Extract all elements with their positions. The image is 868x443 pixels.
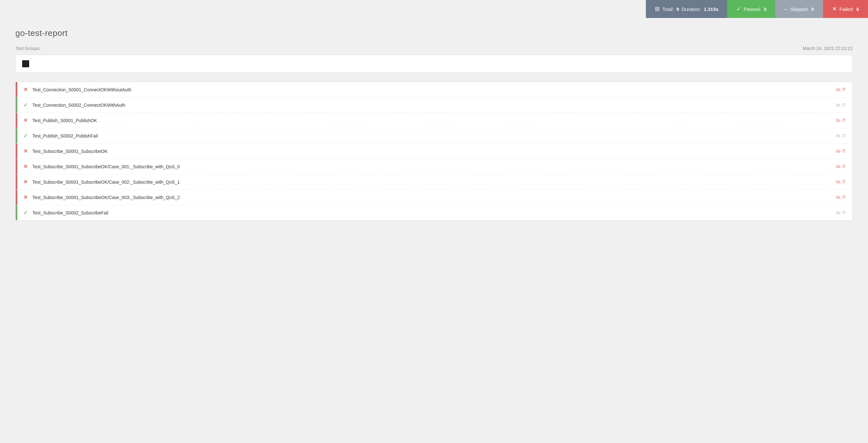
app-title: go-test-report [16,28,852,38]
test-name: Test_Subscribe_S0002_SubscribeFail [32,210,836,215]
stat-skipped: – Skipped: 0 [775,0,823,18]
main-content: go-test-report Test Groups: March 24, 20… [0,18,868,236]
group-filter[interactable] [16,55,852,73]
fail-icon: ✕ [22,194,29,200]
stats-bar: ⊞ Total: 9 Duration: 1.315s ✓ Passed: 3 … [646,0,868,18]
table-row[interactable]: ✕Test_Subscribe_S0001_SubscribeOK/Case_0… [16,175,852,190]
test-name: Test_Subscribe_S0001_SubscribeOK [32,149,836,154]
clock-icon: ⏱ [842,133,846,138]
test-name: Test_Connection_S0002_ConnectOKWithAuth [32,102,836,108]
copy-icon: ⊞ [655,5,660,12]
clock-icon: ⏱ [842,164,846,169]
test-duration: 0s ⏱ [836,195,846,200]
top-bar: ⊞ Total: 9 Duration: 1.315s ✓ Passed: 3 … [0,0,868,18]
pass-icon: ✓ [22,102,29,108]
table-row[interactable]: ✕Test_Connection_S0001_ConnectOKWithoutA… [16,82,852,97]
stat-total: ⊞ Total: 9 Duration: 1.315s [646,0,727,18]
table-row[interactable]: ✕Test_Publish_S0001_PublishOK0s ⏱ [16,113,852,128]
checkmark-icon: ✓ [736,5,741,12]
test-name: Test_Subscribe_S0001_SubscribeOK/Case_00… [32,164,836,169]
pass-icon: ✓ [22,210,29,216]
duration-label: Duration: [682,6,701,12]
report-date: March 24, 2023 22:23:22 [803,46,852,51]
total-value: 9 [676,6,679,12]
passed-label: Passed: [744,6,761,12]
clock-icon: ⏱ [842,149,846,154]
meta-row: Test Groups: March 24, 2023 22:23:22 [16,46,852,51]
test-duration: 0s ⏱ [836,149,846,154]
clock-icon: ⏱ [842,102,846,107]
table-row[interactable]: ✕Test_Subscribe_S0001_SubscribeOK0s ⏱ [16,144,852,159]
duration-value: 1.315s [704,6,718,12]
table-row[interactable]: ✓Test_Subscribe_S0002_SubscribeFail0s ⏱ [16,205,852,220]
test-duration: 0s ⏱ [836,118,846,123]
test-name: Test_Subscribe_S0001_SubscribeOK/Case_00… [32,180,836,185]
test-duration: 0s ⏱ [836,133,846,138]
table-row[interactable]: ✕Test_Subscribe_S0001_SubscribeOK/Case_0… [16,159,852,175]
stat-failed: ✕ Failed: 6 [823,0,868,18]
fail-icon: ✕ [22,163,29,169]
table-row[interactable]: ✕Test_Subscribe_S0001_SubscribeOK/Case_0… [16,190,852,205]
test-name: Test_Publish_S0001_PublishOK [32,118,836,123]
total-label: Total: [662,6,674,12]
clock-icon: ⏱ [842,180,846,184]
clock-icon: ⏱ [842,87,846,92]
skipped-label: Skipped: [790,6,809,12]
test-duration: 0s ⏱ [836,87,846,92]
group-checkbox[interactable] [22,60,29,67]
groups-label: Test Groups: [16,46,41,51]
table-row[interactable]: ✓Test_Connection_S0002_ConnectOKWithAuth… [16,97,852,113]
fail-icon: ✕ [22,87,29,93]
failed-label: Failed: [839,6,854,12]
pass-icon: ✓ [22,133,29,139]
clock-icon: ⏱ [842,210,846,215]
stat-passed: ✓ Passed: 3 [727,0,775,18]
clock-icon: ⏱ [842,195,846,200]
test-duration: 0s ⏱ [836,164,846,169]
test-name: Test_Publish_S0002_PublishFail [32,133,836,138]
test-name: Test_Connection_S0001_ConnectOKWithoutAu… [32,87,836,92]
test-list: ✕Test_Connection_S0001_ConnectOKWithoutA… [16,82,852,221]
fail-icon: ✕ [22,148,29,154]
test-name: Test_Subscribe_S0001_SubscribeOK/Case_00… [32,195,836,200]
x-icon: ✕ [832,5,837,12]
passed-value: 3 [764,6,766,12]
test-duration: 0s ⏱ [836,180,846,184]
fail-icon: ✕ [22,117,29,123]
skipped-value: 0 [811,6,814,12]
test-duration: 0s ⏱ [836,102,846,107]
dash-icon: – [784,6,787,12]
test-duration: 0s ⏱ [836,210,846,215]
table-row[interactable]: ✓Test_Publish_S0002_PublishFail0s ⏱ [16,128,852,144]
failed-value: 6 [857,6,859,12]
fail-icon: ✕ [22,179,29,185]
clock-icon: ⏱ [842,118,846,123]
